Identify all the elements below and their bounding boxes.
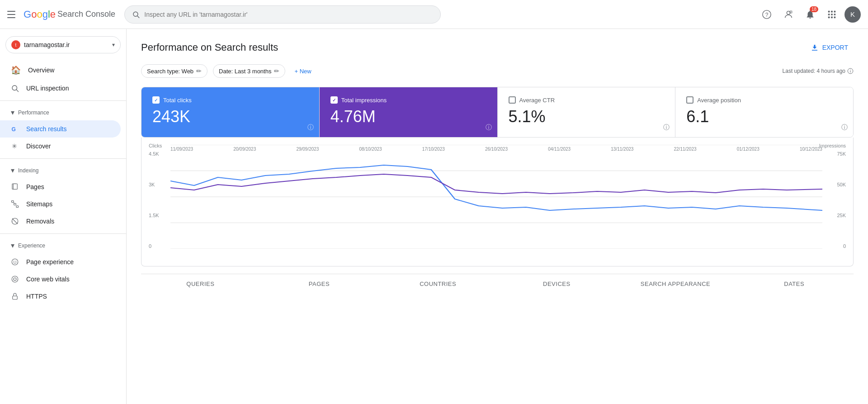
help-button[interactable]: ?: [758, 5, 776, 24]
metric-total-clicks[interactable]: Total clicks 243K ⓘ: [142, 87, 320, 137]
export-label: EXPORT: [822, 44, 848, 51]
svg-rect-23: [16, 206, 19, 208]
sidebar-search-results-label: Search results: [26, 125, 66, 133]
svg-point-30: [15, 261, 16, 262]
edit-icon-2: ✏: [274, 67, 279, 75]
position-checkbox[interactable]: [686, 96, 693, 104]
search-input[interactable]: [144, 11, 433, 18]
y-axis-left: Clicks 4.5K 3K 1.5K 0: [149, 145, 167, 249]
total-clicks-checkbox[interactable]: [152, 96, 160, 104]
sidebar-section-experience[interactable]: ▾ Experience: [0, 238, 126, 253]
page-title: Performance on Search results: [141, 42, 278, 53]
sidebar-item-https[interactable]: HTTPS: [0, 288, 121, 305]
impressions-line: [170, 174, 822, 194]
last-updated-text: Last updated: 4 hours ago: [783, 68, 845, 74]
hamburger-menu[interactable]: [7, 9, 18, 20]
account-settings-button[interactable]: [779, 5, 797, 24]
search-icon: [132, 10, 140, 19]
search-type-filter[interactable]: Search type: Web ✏: [141, 64, 208, 78]
nav-divider-3: [0, 233, 126, 234]
y-label-3k: 3K: [149, 182, 167, 187]
total-impressions-checkbox[interactable]: [330, 96, 338, 104]
site-selector[interactable]: t tarnamagostar.ir ▾: [5, 36, 121, 53]
sidebar-indexing-label: Indexing: [18, 167, 38, 174]
svg-rect-13: [831, 16, 833, 18]
sidebar-pages-label: Pages: [26, 183, 44, 190]
tab-pages[interactable]: PAGES: [260, 274, 379, 295]
sidebar-item-removals[interactable]: Removals: [0, 213, 121, 230]
total-clicks-value: 243K: [152, 107, 308, 126]
svg-point-29: [14, 261, 14, 262]
tab-countries[interactable]: COUNTRIES: [378, 274, 497, 295]
page-header: Performance on Search results EXPORT: [141, 40, 854, 55]
export-button[interactable]: EXPORT: [805, 40, 854, 55]
chevron-down-icon: ▾: [11, 108, 14, 117]
svg-rect-11: [834, 14, 836, 15]
clicks-help-icon[interactable]: ⓘ: [307, 124, 314, 132]
chart-area: Clicks 4.5K 3K 1.5K 0 Impressions 75K 50…: [149, 145, 846, 262]
tab-dates[interactable]: DATES: [735, 274, 854, 295]
metric-average-ctr[interactable]: Average CTR 5.1% ⓘ: [498, 87, 676, 137]
sidebar-item-discover[interactable]: ✳ Discover: [0, 138, 121, 155]
y-axis-left-title: Clicks: [149, 143, 162, 148]
notifications-button[interactable]: 18: [801, 5, 819, 24]
sidebar-item-search-results[interactable]: G Search results: [0, 120, 121, 138]
svg-point-27: [12, 221, 13, 222]
app-body: t tarnamagostar.ir ▾ 🏠 Overview URL insp…: [0, 29, 868, 404]
y-label-1-5k: 1.5K: [149, 213, 167, 218]
svg-rect-9: [828, 14, 830, 15]
average-position-label: Average position: [697, 97, 741, 104]
user-avatar[interactable]: K: [844, 6, 861, 23]
apps-button[interactable]: [823, 5, 841, 24]
app-title: Search Console: [57, 10, 115, 19]
sidebar-sitemaps-label: Sitemaps: [26, 200, 52, 208]
svg-line-1: [137, 16, 139, 18]
sidebar-section-indexing[interactable]: ▾ Indexing: [0, 162, 126, 178]
svg-line-26: [12, 219, 18, 224]
date-range-filter[interactable]: Date: Last 3 months ✏: [213, 64, 285, 78]
sidebar-item-core-web-vitals[interactable]: Core web vitals: [0, 271, 121, 288]
sidebar-page-experience-label: Page experience: [26, 258, 74, 266]
sidebar-item-overview[interactable]: 🏠 Overview: [0, 61, 121, 80]
top-navigation: Google Search Console ?: [0, 0, 868, 29]
sidebar-item-pages[interactable]: Pages: [0, 178, 121, 195]
sidebar-item-sitemaps[interactable]: Sitemaps: [0, 195, 121, 213]
edit-icon: ✏: [196, 67, 202, 75]
ctr-checkbox[interactable]: [509, 96, 516, 104]
svg-line-24: [13, 202, 15, 203]
svg-rect-12: [828, 16, 830, 18]
metrics-cards: Total clicks 243K ⓘ Total impressions 4.…: [141, 87, 854, 138]
chevron-down-icon-2: ▾: [11, 166, 14, 175]
filters-row: Search type: Web ✏ Date: Last 3 months ✏…: [141, 64, 854, 78]
position-help-icon[interactable]: ⓘ: [841, 124, 848, 132]
core-web-vitals-icon: [11, 275, 19, 283]
metric-total-impressions[interactable]: Total impressions 4.76M ⓘ: [320, 87, 498, 137]
impressions-help-icon[interactable]: ⓘ: [486, 124, 492, 132]
tab-search-appearance[interactable]: SEARCH APPEARANCE: [616, 274, 735, 295]
tab-countries-label: COUNTRIES: [420, 280, 456, 287]
tab-queries[interactable]: QUERIES: [141, 274, 260, 295]
sidebar: t tarnamagostar.ir ▾ 🏠 Overview URL insp…: [0, 29, 127, 404]
sidebar-experience-label: Experience: [18, 242, 45, 249]
people-icon: [783, 10, 793, 19]
url-search-bar[interactable]: [124, 5, 441, 24]
svg-text:✳: ✳: [12, 143, 17, 150]
chart-container: Clicks 4.5K 3K 1.5K 0 Impressions 75K 50…: [141, 138, 854, 266]
help-icon: ?: [762, 10, 772, 19]
tab-devices-label: DEVICES: [543, 280, 571, 287]
sidebar-removals-label: Removals: [26, 218, 54, 225]
sidebar-item-page-experience[interactable]: Page experience: [0, 253, 121, 271]
nav-divider-2: [0, 158, 126, 159]
site-favicon: t: [11, 40, 20, 49]
sidebar-section-performance[interactable]: ▾ Performance: [0, 105, 126, 120]
sidebar-item-url-inspection[interactable]: URL inspection: [0, 80, 121, 97]
average-ctr-value: 5.1%: [509, 107, 665, 126]
svg-text:G: G: [12, 126, 16, 133]
new-filter-button[interactable]: + New: [291, 65, 315, 77]
main-content: Performance on Search results EXPORT Sea…: [127, 29, 868, 404]
total-impressions-label: Total impressions: [341, 97, 387, 104]
ctr-help-icon[interactable]: ⓘ: [663, 124, 670, 132]
tab-devices[interactable]: DEVICES: [497, 274, 616, 295]
metric-average-position[interactable]: Average position 6.1 ⓘ: [675, 87, 853, 137]
info-icon: [847, 68, 854, 74]
